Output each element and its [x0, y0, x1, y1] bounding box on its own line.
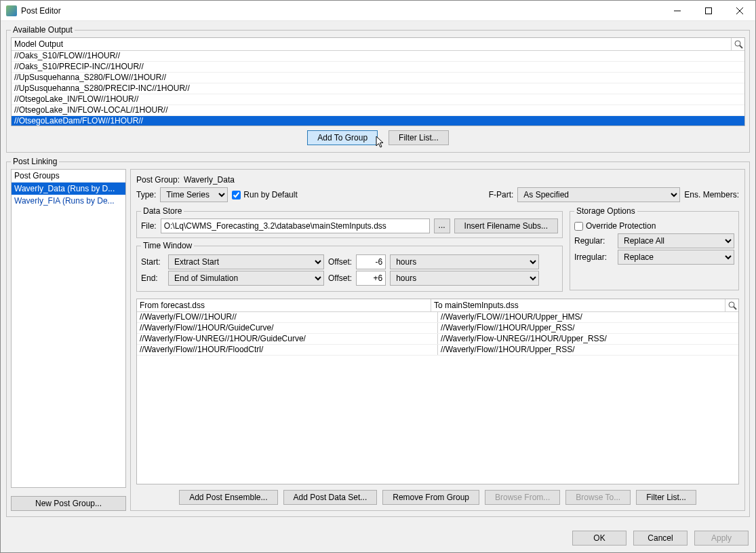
model-output-row[interactable]: //Oaks_S10/PRECIP-INC//1HOUR//: [12, 62, 744, 73]
model-output-column-header[interactable]: Model Output: [12, 38, 731, 50]
regular-select[interactable]: Replace All: [618, 233, 734, 248]
new-post-group-button[interactable]: New Post Group...: [11, 496, 126, 511]
search-icon[interactable]: [731, 38, 744, 50]
irregular-label: Irregular:: [574, 252, 614, 262]
override-protection-checkbox[interactable]: Override Protection: [574, 221, 734, 231]
svg-point-6: [729, 302, 734, 307]
time-window-group: Time Window Start: Extract Start Offset:…: [136, 241, 563, 292]
end-offset-unit[interactable]: hours: [390, 271, 539, 286]
model-output-row[interactable]: //OtsegoLakeDam/FLOW//1HOUR//: [12, 116, 744, 126]
run-by-default-checkbox[interactable]: Run by Default: [232, 190, 297, 199]
end-offset-field[interactable]: [356, 271, 386, 286]
post-group-item[interactable]: Waverly_FIA (Runs by De...: [12, 195, 125, 207]
browse-to-button[interactable]: Browse To...: [565, 490, 631, 505]
start-offset-label: Offset:: [328, 257, 352, 267]
available-output-group: Available Output Model Output //Oaks_S10…: [6, 25, 750, 153]
post-groups-header: Post Groups: [12, 170, 125, 183]
mapping-list[interactable]: //Waverly/FLOW//1HOUR////Waverly/FLOW//1…: [137, 312, 738, 484]
post-groups-pane: Post Groups Waverly_Data (Runs by D...Wa…: [11, 169, 126, 511]
post-groups-list[interactable]: Post Groups Waverly_Data (Runs by D...Wa…: [11, 169, 126, 488]
irregular-select[interactable]: Replace: [618, 250, 734, 265]
svg-line-7: [734, 307, 736, 309]
close-button[interactable]: [724, 1, 755, 21]
add-to-group-button[interactable]: Add To Group: [307, 130, 378, 145]
storage-options-legend: Storage Options: [574, 206, 637, 216]
model-output-row[interactable]: //OtsegoLake_IN/FLOW//1HOUR//: [12, 94, 744, 105]
model-output-table: Model Output //Oaks_S10/FLOW//1HOUR////O…: [11, 37, 745, 126]
svg-line-5: [740, 45, 742, 48]
fpart-select[interactable]: As Specified: [517, 187, 680, 202]
post-editor-window: Post Editor Available Output Model Outpu…: [0, 0, 756, 553]
post-group-label: Post Group:: [136, 175, 180, 185]
remove-from-group-button[interactable]: Remove From Group: [382, 490, 479, 505]
end-select[interactable]: End of Simulation: [168, 271, 324, 286]
start-select[interactable]: Extract Start: [168, 254, 324, 269]
storage-options-group: Storage Options Override Protection Regu…: [570, 206, 739, 290]
to-column-header[interactable]: To mainStemInputs.dss: [431, 299, 725, 311]
browse-from-button[interactable]: Browse From...: [485, 490, 560, 505]
titlebar: Post Editor: [1, 1, 755, 21]
post-linking-legend: Post Linking: [11, 157, 59, 166]
model-output-row[interactable]: //Oaks_S10/FLOW//1HOUR//: [12, 51, 744, 62]
from-column-header[interactable]: From forecast.dss: [137, 299, 431, 311]
file-field[interactable]: [161, 218, 430, 233]
mapping-row[interactable]: //Waverly/Flow//1HOUR/GuideCurve///Waver…: [137, 323, 738, 334]
post-linking-group: Post Linking Post Groups Waverly_Data (R…: [6, 157, 750, 517]
file-label: File:: [141, 221, 157, 231]
start-label: Start:: [141, 257, 164, 267]
end-offset-label: Offset:: [328, 273, 352, 283]
cancel-button[interactable]: Cancel: [633, 531, 688, 546]
type-select[interactable]: Time Series: [160, 187, 228, 202]
post-group-item[interactable]: Waverly_Data (Runs by D...: [12, 183, 125, 195]
ens-members-label: Ens. Members:: [684, 190, 739, 199]
window-title: Post Editor: [21, 6, 662, 16]
svg-point-4: [735, 41, 740, 46]
ok-button[interactable]: OK: [572, 531, 626, 546]
maximize-button[interactable]: [693, 1, 724, 21]
minimize-button[interactable]: [662, 1, 693, 21]
fpart-label: F-Part:: [489, 190, 514, 199]
data-store-legend: Data Store: [141, 206, 184, 216]
add-post-data-set-button[interactable]: Add Post Data Set...: [283, 490, 378, 505]
app-icon: [6, 5, 17, 16]
filter-list-button[interactable]: Filter List...: [389, 130, 449, 145]
type-label: Type:: [136, 190, 156, 199]
available-output-legend: Available Output: [11, 25, 75, 35]
mapping-row[interactable]: //Waverly/Flow//1HOUR/FloodCtrl///Waverl…: [137, 345, 738, 356]
model-output-list[interactable]: //Oaks_S10/FLOW//1HOUR////Oaks_S10/PRECI…: [12, 51, 744, 126]
search-icon[interactable]: [725, 299, 738, 311]
svg-rect-1: [706, 7, 712, 14]
time-window-legend: Time Window: [141, 241, 194, 250]
start-offset-unit[interactable]: hours: [390, 254, 539, 269]
model-output-row[interactable]: //OtsegoLake_IN/FLOW-LOCAL//1HOUR//: [12, 105, 744, 116]
file-browse-button[interactable]: ...: [434, 218, 450, 233]
insert-filename-subs-button[interactable]: Insert Filename Subs...: [454, 218, 558, 233]
end-label: End:: [141, 273, 164, 283]
data-store-group: Data Store File: ... Insert Filename Sub…: [136, 206, 563, 238]
mapping-row[interactable]: //Waverly/Flow-UNREG//1HOUR/GuideCurve//…: [137, 334, 738, 345]
mapping-table: From forecast.dss To mainStemInputs.dss …: [136, 299, 739, 484]
add-post-ensemble-button[interactable]: Add Post Ensemble...: [179, 490, 277, 505]
regular-label: Regular:: [574, 236, 614, 246]
filter-list-button[interactable]: Filter List...: [636, 490, 696, 505]
model-output-row[interactable]: //UpSusquehanna_S280/PRECIP-INC//1HOUR//: [12, 83, 744, 94]
post-group-details: Post Group: Waverly_Data Type: Time Seri…: [130, 169, 745, 511]
model-output-row[interactable]: //UpSusquehanna_S280/FLOW//1HOUR//: [12, 73, 744, 83]
start-offset-field[interactable]: [356, 254, 386, 269]
mapping-row[interactable]: //Waverly/FLOW//1HOUR////Waverly/FLOW//1…: [137, 312, 738, 323]
post-group-name: Waverly_Data: [184, 175, 235, 185]
apply-button[interactable]: Apply: [694, 531, 749, 546]
